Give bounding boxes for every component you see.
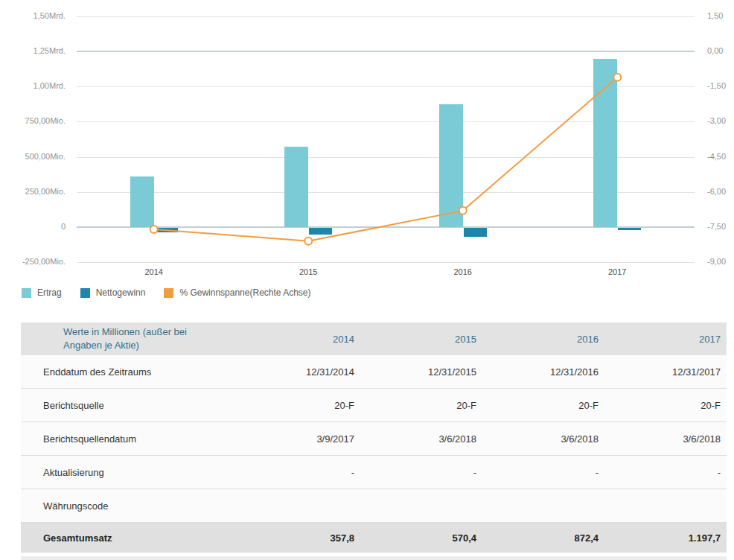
- row-value: 3/6/2018: [482, 433, 604, 445]
- row-label: Berichtsquelle: [21, 400, 238, 411]
- margin-line: [154, 77, 618, 241]
- left-axis-tick-label: 500,00Mio.: [0, 152, 66, 161]
- row-value: 12/31/2016: [482, 366, 604, 378]
- margin-line-layer: [0, 0, 734, 283]
- row-value: -: [238, 467, 360, 478]
- row-label: Berichtsquellendatum: [21, 433, 238, 445]
- financial-summary-widget: 1,50Mrd.1,501,25Mrd.0,001,00Mrd.-1,50750…: [0, 0, 734, 560]
- left-axis-tick-label: 1,25Mrd.: [0, 46, 66, 55]
- table-header-year: 2016: [482, 334, 604, 345]
- left-axis-tick-label: 1,50Mrd.: [0, 11, 66, 20]
- right-axis-tick-label: -6,00: [707, 187, 726, 196]
- x-axis-category-label: 2017: [591, 267, 643, 276]
- bar-ertrag[interactable]: [439, 104, 463, 227]
- table-header-year: 2014: [238, 334, 360, 345]
- legend-item-1[interactable]: Nettogewinn: [80, 287, 146, 298]
- left-axis-tick-label: -250,00Mio.: [0, 257, 66, 266]
- row-label: Enddatum des Zeitraums: [21, 366, 238, 378]
- x-axis-category-label: 2015: [282, 267, 334, 276]
- total-row-value: 570,4: [360, 532, 482, 544]
- legend-label: Ertrag: [37, 287, 62, 298]
- row-value: 3/9/2017: [238, 433, 360, 445]
- total-row-label: Gesamtumsatz: [21, 532, 238, 544]
- left-axis-tick-label: 250,00Mio.: [0, 187, 66, 196]
- row-label: Aktualisierung: [21, 467, 238, 478]
- row-value: 12/31/2017: [604, 366, 727, 378]
- legend-item-0[interactable]: Ertrag: [22, 287, 62, 298]
- row-value: 20-F: [360, 400, 482, 411]
- row-value: 20-F: [238, 400, 360, 411]
- table-row: Enddatum des Zeitraums12/31/201412/31/20…: [21, 355, 727, 389]
- bar-ertrag[interactable]: [593, 59, 617, 227]
- legend-swatch-bar: [22, 288, 31, 298]
- bar-ertrag[interactable]: [130, 176, 154, 226]
- legend-item-2[interactable]: % Gewinnspanne(Rechte Achse): [164, 287, 310, 298]
- table-row: Aktualisierung----: [21, 456, 727, 489]
- next-row-partial: [21, 556, 727, 560]
- financials-chart: 1,50Mrd.1,501,25Mrd.0,001,00Mrd.-1,50750…: [0, 0, 734, 283]
- row-value: 12/31/2014: [238, 366, 360, 378]
- row-value: -: [604, 467, 727, 478]
- row-value: -: [360, 467, 482, 478]
- row-value: -: [482, 467, 604, 478]
- chart-legend: ErtragNettogewinn% Gewinnspanne(Rechte A…: [22, 287, 311, 298]
- row-value: 3/6/2018: [360, 433, 482, 445]
- x-axis-category-label: 2014: [128, 267, 180, 276]
- bar-nettogewinn[interactable]: [155, 228, 178, 233]
- row-value: 20-F: [482, 400, 604, 411]
- table-row: Berichtsquellendatum3/9/20173/6/20183/6/…: [21, 422, 727, 456]
- right-axis-tick-label: -3,00: [707, 116, 726, 125]
- row-value: 3/6/2018: [604, 433, 727, 445]
- right-axis-tick-label: -9,00: [707, 257, 726, 266]
- total-row-value: 872,4: [482, 532, 604, 544]
- table-header-row: Werte in Millionen (außer bei Angaben je…: [21, 322, 727, 355]
- financials-table: Werte in Millionen (außer bei Angaben je…: [21, 322, 727, 560]
- legend-swatch-bar: [80, 288, 90, 298]
- legend-label: Nettogewinn: [96, 287, 146, 298]
- table-header-year: 2015: [360, 334, 482, 345]
- bar-nettogewinn[interactable]: [618, 228, 641, 230]
- row-value: 20-F: [604, 400, 727, 411]
- x-axis-category-label: 2016: [437, 267, 489, 276]
- table-row: Berichtsquelle20-F20-F20-F20-F: [21, 389, 727, 422]
- legend-swatch-line: [164, 288, 173, 298]
- bar-nettogewinn[interactable]: [464, 228, 487, 237]
- left-axis-tick-label: 750,00Mio.: [0, 116, 66, 125]
- right-axis-tick-label: -7,50: [707, 222, 726, 231]
- margin-marker[interactable]: [304, 238, 312, 245]
- row-label: Währungscode: [21, 500, 238, 512]
- total-row-value: 1.197,7: [604, 532, 727, 544]
- table-header-year: 2017: [604, 334, 727, 345]
- table-row: Währungscode: [21, 489, 727, 523]
- bar-ertrag[interactable]: [284, 147, 308, 227]
- left-axis-tick-label: 0: [0, 222, 66, 231]
- right-axis-tick-label: 0,00: [707, 46, 723, 55]
- total-row-value: 357,8: [238, 532, 360, 544]
- right-axis-tick-label: 1,50: [707, 11, 723, 20]
- gridline[interactable]: [77, 51, 695, 52]
- gridline[interactable]: [77, 262, 695, 263]
- bar-nettogewinn[interactable]: [309, 228, 332, 235]
- table-total-row: Gesamtumsatz357,8570,4872,41.197,7: [21, 523, 727, 553]
- legend-label: % Gewinnspanne(Rechte Achse): [179, 287, 310, 298]
- gridline[interactable]: [77, 16, 695, 17]
- right-axis-tick-label: -1,50: [707, 81, 726, 90]
- left-axis-tick-label: 1,00Mrd.: [0, 81, 66, 90]
- row-value: 12/31/2015: [360, 366, 482, 378]
- right-axis-tick-label: -4,50: [707, 152, 726, 161]
- table-header-label: Werte in Millionen (außer bei Angaben je…: [21, 325, 238, 352]
